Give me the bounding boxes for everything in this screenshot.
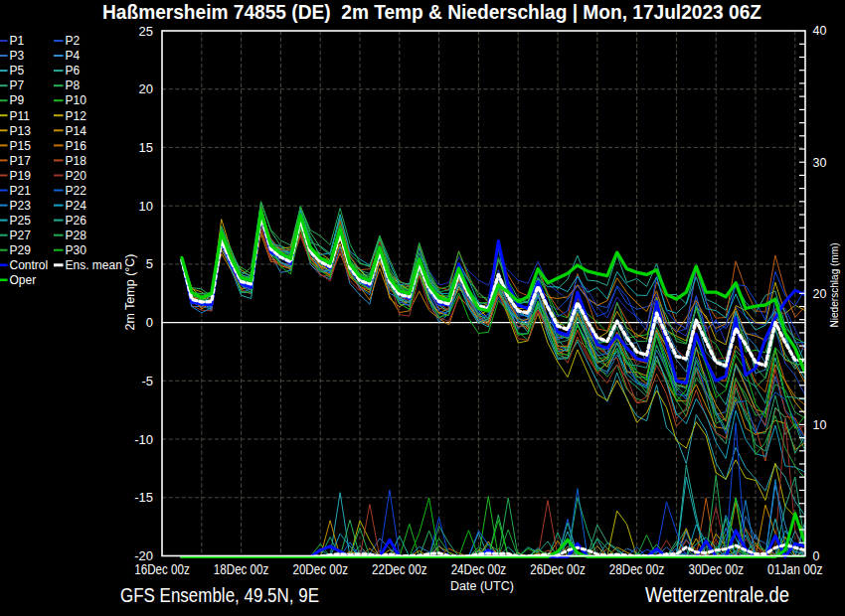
svg-text:10: 10 [139,199,153,214]
svg-text:Haßmersheim 74855 (DE) 2m Tem: Haßmersheim 74855 (DE) 2m Temp & Nieders… [102,1,761,23]
svg-text:10: 10 [813,418,827,432]
svg-text:P25: P25 [10,214,32,228]
svg-text:P21: P21 [10,184,32,198]
svg-text:20: 20 [813,287,827,301]
svg-text:16Dec 00z: 16Dec 00z [134,562,190,577]
svg-text:P24: P24 [66,199,87,213]
svg-text:GFS Ensemble, 49.5N, 9E: GFS Ensemble, 49.5N, 9E [120,584,319,606]
svg-text:P2: P2 [66,34,81,48]
svg-text:01Jan 00z: 01Jan 00z [767,562,823,577]
svg-text:Oper: Oper [10,273,37,287]
svg-text:Niederschlag (mm): Niederschlag (mm) [828,243,840,328]
svg-text:40: 40 [813,24,827,38]
svg-text:18Dec 00z: 18Dec 00z [214,562,269,577]
svg-text:P30: P30 [66,243,87,257]
svg-text:P22: P22 [66,184,87,198]
svg-text:20Dec 00z: 20Dec 00z [292,562,348,577]
svg-text:P27: P27 [10,229,32,242]
svg-text:P20: P20 [66,169,87,183]
svg-text:22Dec 00z: 22Dec 00z [372,562,427,577]
svg-text:P16: P16 [66,139,87,153]
svg-text:20: 20 [139,81,153,96]
svg-text:P9: P9 [10,93,25,107]
svg-text:P29: P29 [10,243,32,257]
svg-text:Ens. mean: Ens. mean [66,258,122,272]
svg-text:0: 0 [146,315,153,330]
svg-text:P15: P15 [10,139,32,153]
svg-text:P26: P26 [66,214,87,228]
svg-text:P23: P23 [10,199,32,213]
svg-text:P13: P13 [10,124,32,138]
svg-text:P4: P4 [66,49,81,63]
svg-text:P17: P17 [10,154,32,168]
svg-text:Control: Control [10,258,49,272]
svg-text:P3: P3 [10,49,25,63]
svg-text:P10: P10 [66,93,87,107]
svg-text:25: 25 [139,24,153,39]
svg-text:P6: P6 [66,64,81,77]
svg-text:28Dec 00z: 28Dec 00z [609,562,665,577]
svg-text:30: 30 [813,156,827,170]
svg-text:-15: -15 [134,490,153,505]
svg-text:15: 15 [139,140,153,155]
svg-text:24Dec 00z: 24Dec 00z [451,562,507,577]
svg-text:P28: P28 [66,229,87,242]
svg-text:5: 5 [146,256,153,271]
svg-text:P12: P12 [66,109,87,123]
svg-text:Date (UTC): Date (UTC) [450,579,514,593]
svg-text:P19: P19 [10,169,32,183]
svg-text:-10: -10 [134,432,153,447]
svg-text:P1: P1 [10,34,25,48]
svg-text:P14: P14 [66,124,87,138]
svg-text:P7: P7 [10,78,25,92]
svg-text:-20: -20 [134,548,153,563]
svg-text:P11: P11 [10,109,31,123]
svg-text:P18: P18 [66,154,87,168]
svg-text:30Dec 00z: 30Dec 00z [688,562,744,577]
svg-text:-5: -5 [141,374,153,388]
svg-text:Wetterzentrale.de: Wetterzentrale.de [645,582,789,607]
svg-text:26Dec 00z: 26Dec 00z [530,562,586,577]
svg-text:2m Temp (°C): 2m Temp (°C) [123,253,137,330]
svg-text:0: 0 [813,549,820,563]
svg-text:P8: P8 [66,78,81,92]
svg-text:P5: P5 [10,64,25,77]
